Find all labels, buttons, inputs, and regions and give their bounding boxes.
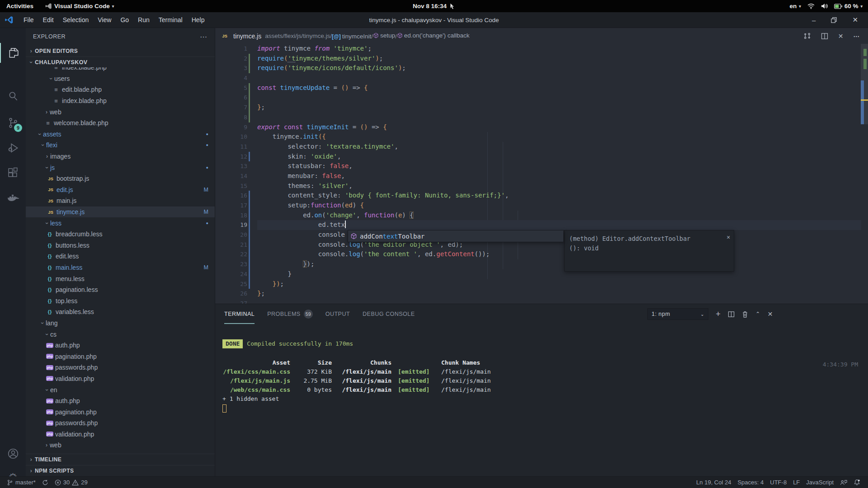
activities-button[interactable]: Activities bbox=[6, 3, 33, 9]
search-icon[interactable] bbox=[0, 86, 26, 106]
editor-more-actions-icon[interactable]: ⋯ bbox=[854, 33, 860, 40]
menu-edit[interactable]: Edit bbox=[38, 14, 58, 25]
volume-icon[interactable] bbox=[821, 3, 828, 9]
tree-item-validation.php[interactable]: phpvalidation.php bbox=[26, 373, 215, 385]
code-line-5[interactable]: 5const tinymceUpdate = () => { bbox=[215, 83, 861, 93]
code-line-17[interactable]: 17 setup:function(ed) { bbox=[215, 201, 861, 211]
suggest-widget[interactable]: addContextToolbar bbox=[348, 230, 564, 242]
line-number[interactable]: 1 bbox=[215, 44, 247, 54]
code-line-22[interactable]: 22 console.log('the content ', ed.getCon… bbox=[215, 249, 861, 259]
code-line-13[interactable]: 13 statusbar: false, bbox=[215, 161, 861, 171]
code-line-11[interactable]: 11 selector: 'textarea.tinymce', bbox=[215, 142, 861, 152]
npm-scripts-section[interactable]: › NPM SCRIPTS bbox=[26, 465, 215, 476]
docker-icon[interactable] bbox=[0, 189, 26, 209]
tree-item-web[interactable]: ›web bbox=[26, 440, 215, 451]
split-terminal-icon[interactable] bbox=[728, 311, 735, 318]
minimize-button[interactable]: – bbox=[812, 16, 816, 24]
app-menu[interactable]: Visual Studio Code ▾ bbox=[45, 3, 114, 9]
code-line-1[interactable]: 1import tinymce from 'tinymce'; bbox=[215, 44, 861, 54]
keyboard-layout[interactable]: en▾ bbox=[789, 3, 801, 9]
encoding[interactable]: UTF-8 bbox=[767, 479, 790, 486]
line-number[interactable]: 10 bbox=[215, 132, 247, 142]
tree-item-bootstrap.js[interactable]: JSbootstrap.js bbox=[26, 173, 215, 184]
tree-item-auth.php[interactable]: phpauth.php bbox=[26, 340, 215, 351]
line-number[interactable]: 22 bbox=[215, 249, 247, 259]
git-branch-item[interactable]: master* bbox=[4, 479, 39, 486]
tree-item-edit.blade.php[interactable]: ≡edit.blade.php bbox=[26, 84, 215, 95]
tree-item-less[interactable]: ›less● bbox=[26, 217, 215, 229]
line-number[interactable]: 3 bbox=[215, 63, 247, 73]
tree-item-index.blade.php[interactable]: ≡index.blade.php bbox=[26, 67, 215, 73]
code-line-14[interactable]: 14 menubar: false, bbox=[215, 171, 861, 181]
tree-item-tinymce.js[interactable]: JStinymce.jsM bbox=[26, 206, 215, 218]
extensions-icon[interactable] bbox=[0, 163, 26, 183]
line-number[interactable]: 12 bbox=[215, 152, 247, 162]
close-panel-icon[interactable]: ✕ bbox=[768, 310, 773, 318]
tree-item-pagination.php[interactable]: phppagination.php bbox=[26, 351, 215, 362]
code-line-6[interactable]: 6 bbox=[215, 93, 861, 103]
terminal-select[interactable]: 1: npm ⌄ bbox=[647, 308, 708, 320]
line-number[interactable]: 25 bbox=[215, 279, 247, 289]
tree-item-cs[interactable]: ›cs bbox=[26, 328, 215, 340]
tree-item-variables.less[interactable]: {}variables.less bbox=[26, 306, 215, 318]
tree-item-validation.php[interactable]: phpvalidation.php bbox=[26, 429, 215, 440]
line-number[interactable]: 23 bbox=[215, 259, 247, 269]
close-editor-icon[interactable]: ✕ bbox=[838, 33, 844, 40]
line-number[interactable]: 20 bbox=[215, 230, 247, 240]
code-line-10[interactable]: 10 tinymce.init({ bbox=[215, 132, 861, 142]
restore-button[interactable] bbox=[831, 17, 837, 23]
code-line-2[interactable]: 2require('tinymce/themes/silver'); bbox=[215, 54, 861, 64]
split-editor-icon[interactable] bbox=[821, 33, 828, 40]
code-line-24[interactable]: 24 } bbox=[215, 269, 861, 279]
tree-item-assets[interactable]: ›assets● bbox=[26, 129, 215, 140]
clock[interactable]: Nov 8 16:34 bbox=[413, 3, 455, 9]
panel-tab-terminal[interactable]: TERMINAL bbox=[224, 304, 255, 324]
panel-tab-problems[interactable]: PROBLEMS59 bbox=[267, 304, 312, 324]
line-number[interactable]: 6 bbox=[215, 93, 247, 103]
menu-view[interactable]: View bbox=[93, 14, 116, 25]
code-line-19[interactable]: 19 ed.tetx bbox=[215, 220, 861, 230]
timeline-section[interactable]: › TIMELINE bbox=[26, 454, 215, 465]
tree-item-buttons.less[interactable]: {}buttons.less bbox=[26, 240, 215, 251]
breadcrumb-symbol[interactable]: [@]tinymceInit bbox=[332, 33, 371, 40]
panel-tab-debug-console[interactable]: DEBUG CONSOLE bbox=[363, 304, 415, 324]
accounts-icon[interactable] bbox=[0, 444, 26, 464]
run-debug-icon[interactable] bbox=[0, 138, 26, 158]
open-changes-icon[interactable] bbox=[803, 32, 811, 40]
tree-item-main.less[interactable]: {}main.lessM bbox=[26, 262, 215, 273]
eol[interactable]: LF bbox=[790, 479, 803, 486]
tree-item-web[interactable]: ›web bbox=[26, 106, 215, 117]
code-line-25[interactable]: 25 }); bbox=[215, 279, 861, 289]
code-line-4[interactable]: 4 bbox=[215, 73, 861, 83]
menu-run[interactable]: Run bbox=[133, 14, 154, 25]
tree-item-pagination.php[interactable]: phppagination.php bbox=[26, 406, 215, 418]
problems-item[interactable]: 30 29 bbox=[52, 479, 91, 486]
breadcrumb-symbol[interactable]: ed.on('change') callback bbox=[397, 32, 470, 39]
line-number[interactable]: 7 bbox=[215, 103, 247, 113]
tree-item-en[interactable]: ›en bbox=[26, 384, 215, 395]
tree-item-edit.less[interactable]: {}edit.less bbox=[26, 251, 215, 262]
line-number[interactable]: 26 bbox=[215, 289, 247, 299]
line-number[interactable]: 16 bbox=[215, 191, 247, 201]
menu-go[interactable]: Go bbox=[116, 14, 133, 25]
menu-terminal[interactable]: Terminal bbox=[154, 14, 187, 25]
line-number[interactable]: 21 bbox=[215, 240, 247, 250]
code-area[interactable]: 1import tinymce from 'tinymce';2require(… bbox=[215, 44, 861, 304]
tree-item-flexi[interactable]: ›flexi● bbox=[26, 140, 215, 151]
panel-tab-output[interactable]: OUTPUT bbox=[326, 304, 350, 324]
tree-item-auth.php[interactable]: phpauth.php bbox=[26, 395, 215, 407]
line-number[interactable]: 8 bbox=[215, 113, 247, 122]
notifications-item[interactable] bbox=[850, 479, 863, 486]
terminal-output[interactable]: DONE Compiled successfully in 170ms 4:34… bbox=[215, 324, 868, 415]
explorer-icon[interactable] bbox=[0, 43, 26, 63]
code-line-9[interactable]: 9export const tinymceInit = () => { bbox=[215, 122, 861, 132]
tree-item-passwords.php[interactable]: phppasswords.php bbox=[26, 362, 215, 373]
tree-item-top.less[interactable]: {}top.less bbox=[26, 295, 215, 306]
source-control-icon[interactable]: 9 bbox=[0, 113, 26, 133]
battery-indicator[interactable]: 60 % ▾ bbox=[834, 3, 863, 9]
tree-item-passwords.php[interactable]: phppasswords.php bbox=[26, 418, 215, 429]
code-line-16[interactable]: 16 content_style: 'body { font-family: N… bbox=[215, 191, 861, 201]
tree-item-users[interactable]: ›users bbox=[26, 73, 215, 84]
code-line-3[interactable]: 3require('tinymce/icons/default/icons'); bbox=[215, 63, 861, 73]
indentation[interactable]: Spaces: 4 bbox=[734, 479, 767, 486]
